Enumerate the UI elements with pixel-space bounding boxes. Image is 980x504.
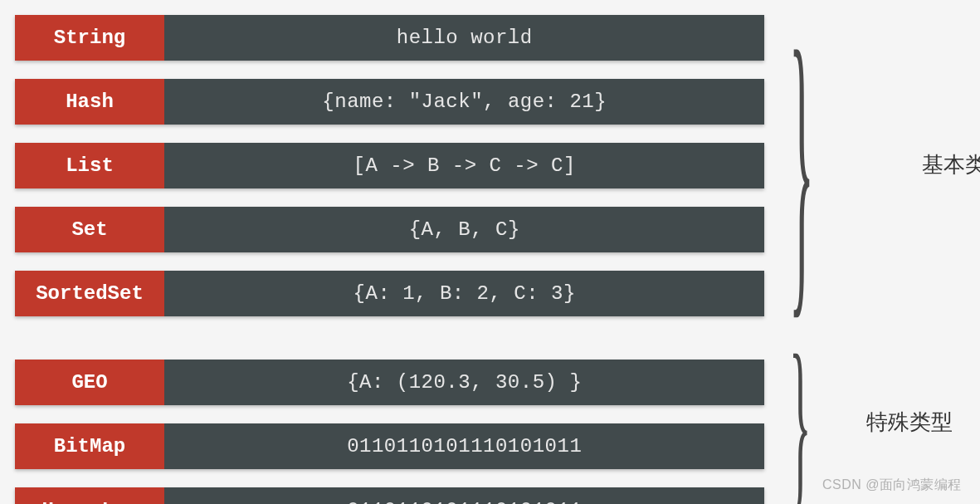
type-row-bitmap: BitMap 0110110101110101011: [15, 423, 764, 469]
type-label: Set: [15, 207, 164, 252]
type-value: {name: "Jack", age: 21}: [164, 79, 764, 125]
type-value: 0110110101110101011: [164, 487, 764, 504]
type-row-geo: GEO {A: (120.3, 30.5) }: [15, 360, 764, 405]
type-value: [A -> B -> C -> C]: [164, 143, 764, 188]
type-value: {A: (120.3, 30.5) }: [164, 360, 764, 405]
type-row-hyperlog: HyperLog 0110110101110101011: [15, 487, 764, 504]
brace-icon: }: [789, 336, 811, 505]
group-basic: } 基本类型: [789, 7, 980, 322]
group-gap: [15, 335, 764, 360]
rows-column: String hello world Hash {name: "Jack", a…: [15, 15, 764, 504]
watermark-text: CSDN @面向鸿蒙编程: [822, 477, 962, 494]
type-label: String: [15, 15, 164, 61]
group-label-basic: 基本类型: [922, 150, 980, 179]
type-row-set: Set {A, B, C}: [15, 207, 764, 252]
type-value: {A: 1, B: 2, C: 3}: [164, 271, 764, 316]
brackets-column: } 基本类型 } 特殊类型: [764, 15, 980, 504]
type-label: BitMap: [15, 423, 164, 469]
diagram-container: String hello world Hash {name: "Jack", a…: [0, 0, 980, 504]
type-row-list: List [A -> B -> C -> C]: [15, 143, 764, 188]
group-label-special: 特殊类型: [866, 408, 953, 437]
type-row-string: String hello world: [15, 15, 764, 61]
type-value: hello world: [164, 15, 764, 61]
type-value: 0110110101110101011: [164, 423, 764, 469]
type-label: HyperLog: [15, 487, 164, 504]
type-label: GEO: [15, 360, 164, 405]
type-row-sortedset: SortedSet {A: 1, B: 2, C: 3}: [15, 271, 764, 316]
type-label: List: [15, 143, 164, 188]
type-label: Hash: [15, 79, 164, 125]
type-value: {A, B, C}: [164, 207, 764, 252]
type-label: SortedSet: [15, 271, 164, 316]
brace-icon: }: [789, 19, 814, 311]
type-row-hash: Hash {name: "Jack", age: 21}: [15, 79, 764, 125]
